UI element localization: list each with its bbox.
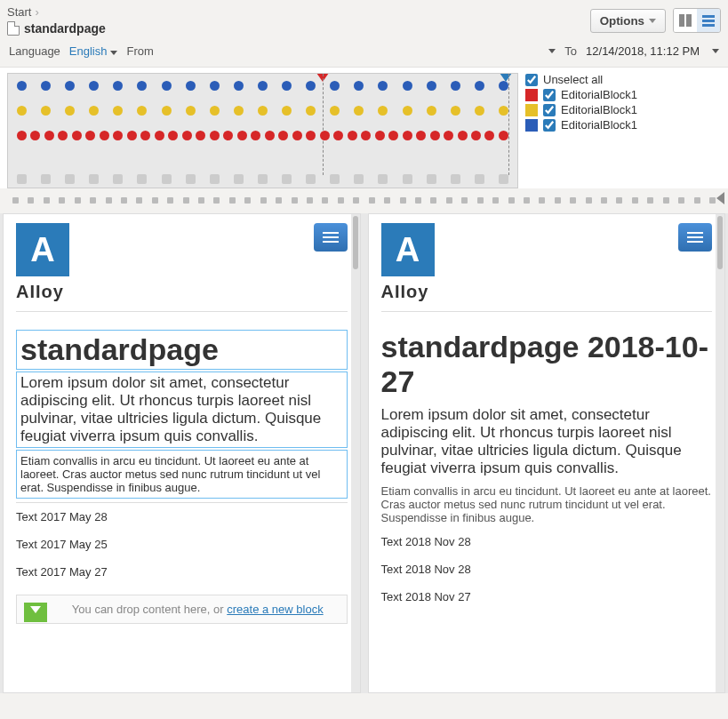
list-item[interactable]: Text 2018 Nov 28 xyxy=(381,555,713,583)
logo[interactable]: A AIIoy xyxy=(381,223,435,302)
timeline-point[interactable] xyxy=(30,131,40,140)
timeline-point[interactable] xyxy=(354,106,364,116)
timeline-point[interactable] xyxy=(499,131,508,140)
timeline-point[interactable] xyxy=(258,106,268,116)
timeline-point[interactable] xyxy=(361,131,371,140)
breadcrumb-root[interactable]: Start xyxy=(7,5,31,19)
timeline-point[interactable] xyxy=(306,81,316,91)
timeline-point[interactable] xyxy=(403,106,412,116)
timeline-point[interactable] xyxy=(282,174,292,184)
timeline-point[interactable] xyxy=(354,81,364,91)
timeline-point[interactable] xyxy=(475,81,484,91)
timeline-point[interactable] xyxy=(186,174,196,184)
legend-item-checkbox[interactable] xyxy=(543,89,556,101)
body-text[interactable]: Etiam convallis in arcu eu tincidunt. Ut… xyxy=(16,450,348,499)
scrollbar[interactable] xyxy=(351,214,360,692)
timeline-point[interactable] xyxy=(196,131,205,140)
legend-item-label[interactable]: EditorialBlock1 xyxy=(561,103,637,116)
legend-unselect-checkbox[interactable] xyxy=(525,74,538,86)
timeline-point[interactable] xyxy=(258,174,268,184)
timeline-point[interactable] xyxy=(210,81,220,91)
to-value[interactable]: 12/14/2018, 11:12 PM xyxy=(586,44,700,58)
timeline-point[interactable] xyxy=(186,81,196,91)
timeline-point[interactable] xyxy=(320,131,330,140)
timeline-point[interactable] xyxy=(186,106,196,116)
timeline-point[interactable] xyxy=(234,174,244,184)
timeline-point[interactable] xyxy=(378,174,388,184)
legend-item-checkbox[interactable] xyxy=(543,119,556,132)
timeline-point[interactable] xyxy=(89,106,99,116)
timeline-point[interactable] xyxy=(282,81,292,91)
timeline-point[interactable] xyxy=(17,106,27,116)
timeline-point[interactable] xyxy=(65,81,75,91)
timeline-point[interactable] xyxy=(444,131,453,140)
timeline-point[interactable] xyxy=(85,131,95,140)
timeline-point[interactable] xyxy=(65,174,75,184)
timeline-point[interactable] xyxy=(427,106,436,116)
timeline-point[interactable] xyxy=(306,174,316,184)
from-dropdown-arrow[interactable] xyxy=(548,49,556,53)
timeline-chart[interactable]: 18/12/14 22:12 xyxy=(7,73,518,188)
timeline-point[interactable] xyxy=(182,131,192,140)
timeline-point[interactable] xyxy=(403,81,412,91)
timeline-point[interactable] xyxy=(330,174,340,184)
timeline-point[interactable] xyxy=(234,106,244,116)
timeline-point[interactable] xyxy=(451,81,460,91)
to-dropdown-arrow[interactable] xyxy=(712,49,719,53)
legend-item-label[interactable]: EditorialBlock1 xyxy=(561,118,637,132)
timeline-point[interactable] xyxy=(306,106,316,116)
timeline-point[interactable] xyxy=(113,174,123,184)
timeline-point[interactable] xyxy=(210,174,220,184)
timeline-point[interactable] xyxy=(58,131,68,140)
timeline-point[interactable] xyxy=(17,81,27,91)
timeline-point[interactable] xyxy=(458,131,468,140)
timeline-point[interactable] xyxy=(89,174,99,184)
list-item[interactable]: Text 2018 Nov 27 xyxy=(381,583,713,611)
list-item[interactable]: Text 2018 Nov 28 xyxy=(381,528,713,555)
timeline-point[interactable] xyxy=(330,106,340,116)
timeline-point[interactable] xyxy=(427,81,436,91)
timeline-point[interactable] xyxy=(140,131,150,140)
timeline-point[interactable] xyxy=(333,131,343,140)
legend-item-label[interactable]: EditorialBlock1 xyxy=(561,88,637,101)
timeline-point[interactable] xyxy=(113,81,123,91)
timeline-point[interactable] xyxy=(451,174,460,184)
timeline-point[interactable] xyxy=(17,131,27,140)
timeline-point[interactable] xyxy=(127,131,137,140)
timeline-point[interactable] xyxy=(162,81,172,91)
timeline-point[interactable] xyxy=(137,174,147,184)
timeline-point[interactable] xyxy=(113,106,123,116)
timeline-point[interactable] xyxy=(388,131,398,140)
timeline-point[interactable] xyxy=(403,131,412,140)
timeline-point[interactable] xyxy=(499,81,508,91)
logo[interactable]: A AIIoy xyxy=(16,223,69,302)
timeline-point[interactable] xyxy=(113,131,123,140)
timeline-point[interactable] xyxy=(499,174,508,184)
timeline-point[interactable] xyxy=(292,131,302,140)
lead-text[interactable]: Lorem ipsum dolor sit amet, consectetur … xyxy=(16,371,348,448)
timeline-point[interactable] xyxy=(72,131,82,140)
timeline-point[interactable] xyxy=(403,174,412,184)
timeline-point[interactable] xyxy=(471,131,481,140)
page-heading[interactable]: standardpage xyxy=(20,332,343,367)
timeline-point[interactable] xyxy=(282,106,292,116)
list-item[interactable]: Text 2017 May 27 xyxy=(16,558,348,586)
timeline-point[interactable] xyxy=(330,81,340,91)
timeline-point[interactable] xyxy=(484,131,494,140)
timeline-point[interactable] xyxy=(17,174,27,184)
timeline-point[interactable] xyxy=(375,131,385,140)
timeline-point[interactable] xyxy=(378,106,388,116)
ruler-marker[interactable] xyxy=(716,192,724,204)
timeline-point[interactable] xyxy=(354,174,364,184)
timeline-point[interactable] xyxy=(430,131,440,140)
timeline-point[interactable] xyxy=(155,131,164,140)
timeline-point[interactable] xyxy=(475,106,484,116)
timeline-point[interactable] xyxy=(168,131,178,140)
timeline-point[interactable] xyxy=(162,106,172,116)
timeline-point[interactable] xyxy=(306,131,316,140)
timeline-point[interactable] xyxy=(258,81,268,91)
view-split-button[interactable] xyxy=(674,9,697,32)
timeline-point[interactable] xyxy=(378,81,388,91)
timeline-point[interactable] xyxy=(210,106,220,116)
timeline-point[interactable] xyxy=(278,131,288,140)
